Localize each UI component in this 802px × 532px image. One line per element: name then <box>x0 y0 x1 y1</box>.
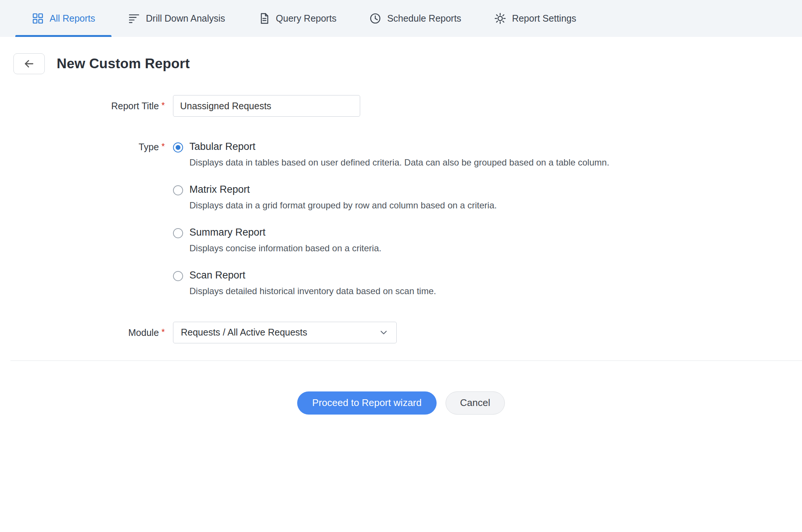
clock-icon <box>369 12 381 25</box>
type-label: Type* <box>0 141 165 152</box>
document-icon <box>258 12 270 25</box>
arrow-left-icon <box>23 57 35 70</box>
grid-icon <box>32 12 44 25</box>
module-field: Requests / All Active Requests <box>173 322 802 343</box>
chevron-down-icon <box>378 327 389 338</box>
divider <box>10 361 802 361</box>
module-select[interactable]: Requests / All Active Requests <box>173 322 397 343</box>
radio-option-name: Matrix Report <box>189 183 497 196</box>
tab-label: Report Settings <box>512 13 576 24</box>
radio-option-summary-report[interactable]: Summary Report Displays concise informat… <box>173 226 802 254</box>
top-tab-bar: All Reports Drill Down Analysis Query Re… <box>0 0 802 37</box>
cancel-button[interactable]: Cancel <box>446 391 505 415</box>
page-header: New Custom Report <box>13 53 802 74</box>
radio-option-description: Displays concise information based on a … <box>189 242 381 254</box>
tabular-report-radio[interactable] <box>173 142 183 152</box>
proceed-to-report-wizard-button[interactable]: Proceed to Report wizard <box>297 391 436 415</box>
radio-option-name: Tabular Report <box>189 141 609 153</box>
gear-icon <box>494 12 506 25</box>
radio-option-tabular-report[interactable]: Tabular Report Displays data in tables b… <box>173 141 802 168</box>
tab-label: Schedule Reports <box>387 13 461 24</box>
required-asterisk: * <box>161 142 165 151</box>
tab-label: All Reports <box>50 13 95 24</box>
module-row: Module* Requests / All Active Requests <box>0 322 802 343</box>
back-button[interactable] <box>13 53 45 74</box>
radio-option-scan-report[interactable]: Scan Report Displays detailed historical… <box>173 269 802 297</box>
matrix-report-radio[interactable] <box>173 185 183 195</box>
radio-option-description: Displays data in tables based on user de… <box>189 157 609 168</box>
radio-option-name: Summary Report <box>189 226 381 239</box>
radio-option-matrix-report[interactable]: Matrix Report Displays data in a grid fo… <box>173 183 802 211</box>
tab-schedule-reports[interactable]: Schedule Reports <box>353 0 478 37</box>
radio-option-description: Displays detailed historical inventory d… <box>189 285 436 297</box>
required-asterisk: * <box>161 101 165 110</box>
type-options: Tabular Report Displays data in tables b… <box>173 141 802 312</box>
tab-report-settings[interactable]: Report Settings <box>478 0 592 37</box>
tab-all-reports[interactable]: All Reports <box>15 0 111 37</box>
report-title-label: Report Title* <box>0 95 165 111</box>
page-title: New Custom Report <box>57 56 190 72</box>
tab-drill-down-analysis[interactable]: Drill Down Analysis <box>111 0 242 37</box>
module-select-value: Requests / All Active Requests <box>181 327 307 338</box>
tab-label: Query Reports <box>276 13 337 24</box>
tab-query-reports[interactable]: Query Reports <box>242 0 353 37</box>
new-custom-report-form: Report Title* Type* Tabular Report Displ… <box>0 95 802 343</box>
module-label: Module* <box>0 322 165 338</box>
tab-label: Drill Down Analysis <box>146 13 225 24</box>
report-title-input[interactable] <box>173 95 360 117</box>
summary-report-radio[interactable] <box>173 228 183 238</box>
report-title-field <box>173 95 802 117</box>
drill-down-icon <box>128 12 140 25</box>
scan-report-radio[interactable] <box>173 271 183 281</box>
required-asterisk: * <box>161 327 165 337</box>
new-custom-report-page: New Custom Report Report Title* Type* Ta… <box>0 53 802 415</box>
radio-option-description: Displays data in a grid format grouped b… <box>189 199 497 211</box>
report-title-row: Report Title* <box>0 95 802 117</box>
radio-option-name: Scan Report <box>189 269 436 282</box>
action-buttons: Proceed to Report wizard Cancel <box>0 391 802 415</box>
type-row: Type* Tabular Report Displays data in ta… <box>0 141 802 312</box>
